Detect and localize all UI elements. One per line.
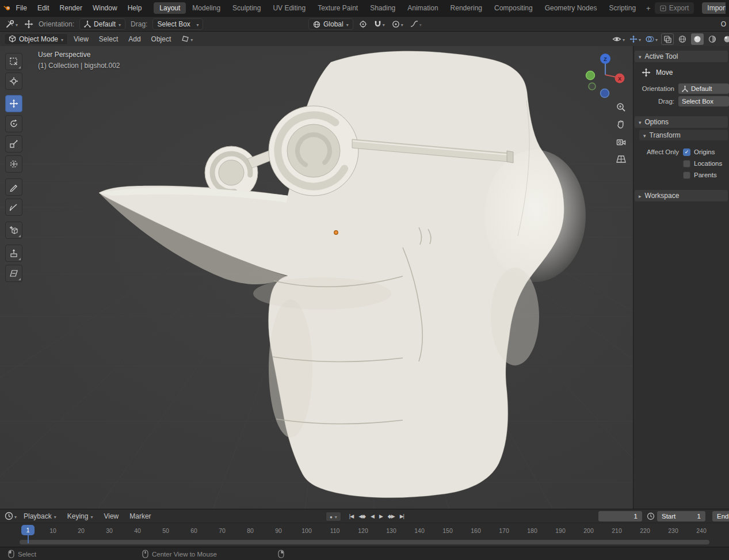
tool-scale[interactable] [5, 135, 22, 153]
menu-help[interactable]: Help [123, 0, 147, 16]
play-button[interactable]: ▶ [377, 513, 385, 519]
menu-window[interactable]: Window [87, 0, 123, 16]
status-center-view-label: Center View to Mouse [152, 551, 217, 558]
tab-layout[interactable]: Layout [154, 2, 186, 14]
menu-edit[interactable]: Edit [32, 0, 55, 16]
proportional-caret[interactable] [401, 20, 403, 28]
overlays-toggle[interactable] [644, 35, 659, 43]
import-button[interactable]: Import [702, 2, 726, 14]
gizmos-toggle[interactable] [628, 35, 642, 43]
previous-keyframe-button[interactable]: ◀◆ [356, 513, 368, 519]
jump-to-end-button[interactable]: ▶| [398, 513, 406, 519]
proportional-editing-toggle[interactable] [391, 20, 404, 28]
timeline-editor-type-button[interactable] [3, 512, 18, 520]
overlays-caret[interactable] [655, 35, 658, 43]
tool-rotate[interactable] [5, 115, 22, 132]
tool-annotate[interactable] [5, 178, 22, 196]
menu-add[interactable]: Add [124, 32, 145, 47]
panel-workspace[interactable]: Workspace [635, 190, 728, 201]
tool-measure[interactable] [5, 199, 22, 216]
visibility-dropdown[interactable] [611, 35, 626, 43]
viewport-3d[interactable]: User Perspective (1) Collection | bigsho… [0, 46, 729, 509]
frame-end-field[interactable]: End [712, 511, 729, 521]
falloff-dropdown[interactable] [409, 20, 423, 28]
sidebar-orientation-dropdown[interactable]: Default [678, 83, 729, 94]
visibility-caret[interactable] [623, 35, 625, 43]
drag-dropdown[interactable]: Select Box [152, 18, 203, 30]
timeline-ruler[interactable]: 1 10 20 30 40 50 60 70 80 90 100 110 120… [0, 523, 729, 538]
tool-add-cube[interactable] [5, 222, 22, 239]
keying-caret [90, 509, 93, 523]
shading-solid-button[interactable] [691, 33, 704, 45]
camera-view-button[interactable] [615, 135, 627, 148]
horizontal-scrollbar[interactable] [20, 540, 709, 544]
transform-widget-button[interactable] [180, 35, 194, 43]
pan-button[interactable] [615, 118, 627, 131]
shading-material-button[interactable] [706, 33, 719, 45]
menu-keying[interactable]: Keying [62, 509, 98, 523]
tab-uv-editing[interactable]: UV Editing [267, 2, 311, 14]
zoom-button[interactable] [615, 101, 627, 113]
tab-scripting[interactable]: Scripting [603, 2, 642, 14]
model-bigshot [99, 51, 586, 498]
transform-orientation-dropdown[interactable]: Global [308, 18, 353, 30]
options-popover[interactable]: O [721, 17, 726, 32]
tab-modeling[interactable]: Modeling [186, 2, 226, 14]
parents-checkbox[interactable] [683, 172, 690, 179]
menu-timeline-view[interactable]: View [98, 509, 124, 523]
tab-texture-paint[interactable]: Texture Paint [312, 2, 364, 14]
tool-select-box[interactable] [5, 53, 22, 70]
preview-range-clock-icon[interactable] [647, 512, 655, 520]
menu-file[interactable]: File [11, 0, 32, 16]
editor-type-button[interactable] [5, 20, 19, 28]
auto-keying-button[interactable] [326, 512, 341, 521]
locations-checkbox[interactable] [683, 160, 690, 167]
menu-view[interactable]: View [69, 32, 93, 47]
pivot-point-button[interactable] [358, 20, 368, 28]
tab-sculpting[interactable]: Sculpting [227, 2, 266, 14]
orientation-dropdown[interactable]: Default [79, 18, 125, 30]
play-reverse-button[interactable]: ◀ [368, 513, 376, 519]
falloff-caret[interactable] [419, 20, 422, 28]
tool-cursor[interactable] [5, 73, 22, 90]
playhead[interactable]: 1 [21, 525, 35, 535]
tab-animation[interactable]: Animation [402, 2, 444, 14]
snapping-caret[interactable] [383, 20, 385, 28]
sidebar-drag-dropdown[interactable]: Select Box [678, 96, 729, 106]
ortho-toggle-button[interactable] [615, 153, 627, 165]
tab-geometry-nodes[interactable]: Geometry Nodes [539, 2, 603, 14]
next-keyframe-button[interactable]: ◆▶ [386, 513, 397, 519]
mouse-middle-icon [142, 550, 148, 558]
menu-select[interactable]: Select [94, 32, 123, 47]
add-workspace-button[interactable]: + [642, 4, 655, 13]
orientation-value: Default [94, 20, 116, 28]
mode-dropdown[interactable]: Object Mode [4, 33, 68, 45]
tool-move[interactable] [5, 95, 22, 112]
xray-toggle[interactable] [661, 33, 674, 45]
export-button[interactable]: Export [655, 2, 694, 14]
gizmos-caret[interactable] [639, 35, 641, 43]
snapping-toggle[interactable] [373, 20, 386, 28]
tool-extrude[interactable] [5, 245, 22, 262]
panel-active-tool[interactable]: Active Tool [635, 51, 728, 62]
start-label: Start [662, 513, 675, 520]
shading-wireframe-button[interactable] [676, 33, 689, 45]
tab-rendering[interactable]: Rendering [445, 2, 488, 14]
current-frame-field[interactable]: 1 [598, 511, 642, 521]
jump-to-start-button[interactable]: |◀ [347, 513, 356, 519]
shading-rendered-button[interactable] [721, 33, 729, 45]
panel-options[interactable]: Options [635, 116, 728, 128]
tab-compositing[interactable]: Compositing [488, 2, 539, 14]
tab-shading[interactable]: Shading [364, 2, 401, 14]
menu-marker[interactable]: Marker [124, 509, 156, 523]
subpanel-transform[interactable]: Transform [639, 130, 728, 140]
frame-start-field[interactable]: Start 1 [657, 511, 705, 521]
navigation-gizmo[interactable]: Z X [578, 51, 633, 100]
ruler-tick: 20 [78, 527, 85, 534]
tool-transform[interactable] [5, 155, 22, 173]
tool-shear[interactable] [5, 265, 22, 282]
menu-object[interactable]: Object [147, 32, 176, 47]
menu-render[interactable]: Render [55, 0, 87, 16]
origins-checkbox[interactable] [683, 148, 690, 156]
menu-playback[interactable]: Playback [18, 509, 62, 523]
